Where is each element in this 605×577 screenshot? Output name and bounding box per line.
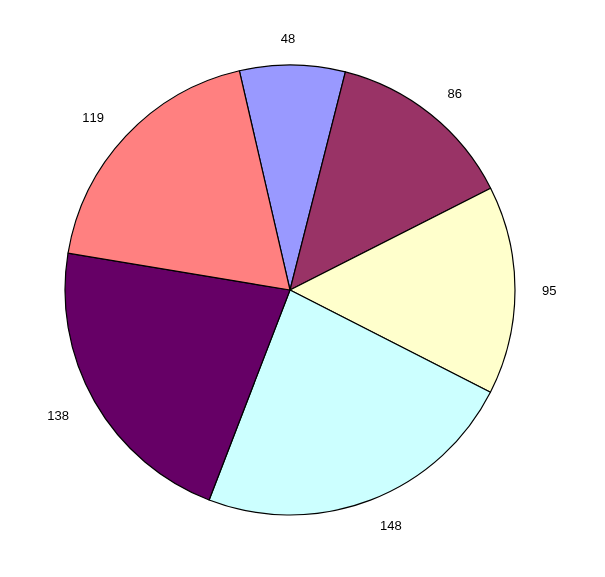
pie-slice-label: 95 — [542, 283, 556, 298]
pie-slice-label: 48 — [281, 31, 295, 46]
pie-slice-label: 86 — [447, 86, 461, 101]
pie-slice-label: 119 — [82, 110, 104, 125]
pie-svg — [0, 0, 605, 577]
pie-slice-label: 148 — [380, 518, 402, 533]
pie-chart: 488695148138119 — [0, 0, 605, 577]
pie-slice-label: 138 — [47, 408, 69, 423]
